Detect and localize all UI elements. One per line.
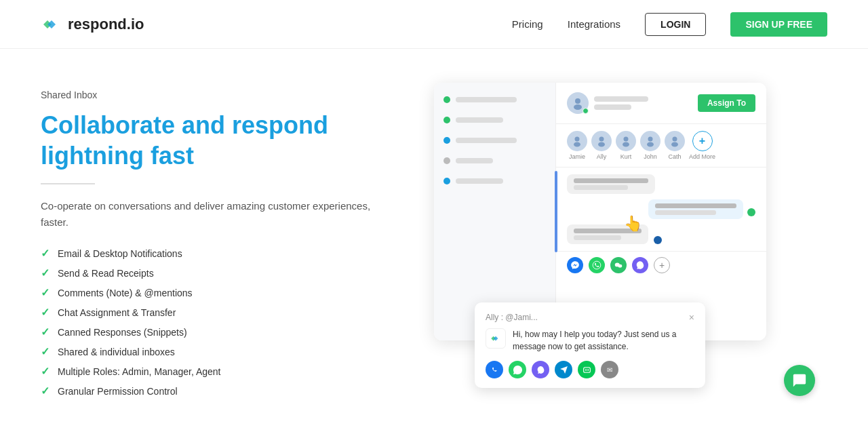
messages-area [556, 168, 766, 251]
add-agent-button[interactable]: + [692, 131, 713, 151]
nav-pricing[interactable]: Pricing [512, 18, 543, 30]
logo-text: respond.io [68, 16, 144, 33]
sidebar-line [456, 138, 517, 143]
sidebar-item [434, 171, 555, 191]
feature-item: ✓Chat Assignment & Transfer [41, 306, 393, 319]
main-content: Shared Inbox Collaborate and respond lig… [0, 49, 868, 408]
svg-point-7 [623, 142, 629, 147]
agent-item-kurt: Kurt [616, 131, 636, 160]
agent-avatar [591, 131, 612, 151]
agent-item-add[interactable]: + Add More [689, 131, 715, 160]
login-button[interactable]: LOGIN [645, 13, 706, 36]
check-icon: ✓ [41, 365, 50, 378]
check-icon: ✓ [41, 326, 50, 338]
email-channel-icon[interactable]: ✉ [601, 361, 618, 378]
nav-integrations[interactable]: Integrations [568, 18, 620, 30]
signup-button[interactable]: SIGN UP FREE [730, 12, 827, 37]
logo: respond.io [41, 14, 144, 35]
chat-header: Assign To [556, 83, 766, 124]
svg-point-6 [624, 137, 629, 142]
agent-item-john: John [640, 131, 660, 160]
agent-avatar [616, 131, 636, 151]
feature-text: Shared & individual inboxes [58, 347, 175, 357]
agent-avatar [665, 131, 685, 151]
status-dot [443, 96, 450, 103]
sidebar-item [434, 151, 555, 171]
whatsapp-channel-icon[interactable] [509, 361, 526, 378]
floating-chat-button[interactable] [784, 365, 815, 396]
status-dot [443, 117, 450, 123]
svg-point-2 [575, 137, 580, 142]
logo-icon [41, 14, 62, 35]
agents-row: Jamie Ally Kurt [556, 124, 766, 168]
sidebar-item [434, 110, 555, 130]
close-icon[interactable]: × [689, 312, 694, 323]
accent-bar [555, 171, 557, 252]
check-icon: ✓ [41, 306, 50, 319]
feature-item: ✓Email & Desktop Notifications [41, 247, 393, 260]
agent-name: Jamie [569, 153, 585, 160]
header-lines [594, 96, 648, 110]
msg-line [655, 210, 716, 215]
viber-channel-icon[interactable] [532, 361, 549, 378]
respond-logo-small [486, 328, 506, 349]
chat-header-left [567, 92, 648, 114]
sent-status-dot [654, 236, 662, 244]
feature-item: ✓Comments (Note) & @mentions [41, 286, 393, 299]
mention-channels: ✉ [486, 361, 694, 378]
add-channel-icon[interactable]: + [654, 257, 670, 273]
check-icon: ✓ [41, 345, 50, 358]
channel-row: + [556, 251, 766, 279]
svg-point-12 [593, 261, 601, 269]
wechat-icon [610, 257, 627, 273]
status-dot [443, 137, 450, 144]
telegram-channel-icon[interactable] [555, 361, 572, 378]
agent-item-cath: Cath [665, 131, 685, 160]
agent-avatar [567, 131, 587, 151]
chat-main: Assign To Jamie Ally [556, 83, 766, 340]
shared-inbox-label: Shared Inbox [41, 90, 393, 100]
status-dot [443, 178, 450, 184]
sidebar-line [456, 158, 493, 163]
agent-item-jamie: Jamie [567, 131, 587, 160]
assign-to-button[interactable]: Assign To [698, 94, 755, 112]
agent-avatar [640, 131, 660, 151]
right-illustration: Assign To Jamie Ally [434, 83, 827, 408]
check-icon: ✓ [41, 247, 50, 260]
svg-point-10 [673, 137, 677, 142]
svg-point-5 [598, 142, 605, 147]
facebook-channel-icon[interactable] [486, 361, 503, 378]
main-nav: Pricing Integrations LOGIN SIGN UP FREE [512, 12, 827, 37]
sent-status-dot [747, 208, 755, 216]
sidebar-line [456, 117, 503, 123]
facebook-messenger-icon [567, 257, 583, 273]
svg-point-11 [671, 142, 678, 147]
agent-name: Ally [597, 153, 607, 160]
agent-name: Kurt [620, 153, 632, 160]
msg-line [655, 203, 736, 208]
online-status [583, 108, 589, 114]
check-icon: ✓ [41, 385, 50, 397]
svg-point-4 [599, 137, 604, 142]
left-content: Shared Inbox Collaborate and respond lig… [41, 83, 393, 397]
svg-point-0 [575, 98, 580, 104]
sent-bubble [648, 199, 743, 219]
received-bubble [567, 224, 648, 244]
feature-item: ✓Multiple Roles: Admin, Manager, Agent [41, 365, 393, 378]
message-row [567, 224, 755, 244]
user-avatar [567, 92, 589, 114]
svg-point-8 [648, 137, 653, 142]
subtext: Co-operate on conversations and deliver … [41, 198, 393, 231]
msg-line [574, 185, 628, 190]
line-channel-icon[interactable] [578, 361, 595, 378]
mention-body: Hi, how may I help you today? Just send … [486, 328, 694, 353]
status-dot [443, 157, 450, 164]
svg-point-1 [574, 104, 582, 110]
divider [41, 183, 95, 184]
mention-popup: Ally : @Jami... × Hi, how may I help you… [475, 302, 705, 388]
feature-text: Chat Assignment & Transfer [58, 307, 176, 318]
feature-item: ✓Send & Read Receipts [41, 267, 393, 279]
header: respond.io Pricing Integrations LOGIN SI… [0, 0, 868, 49]
message-row [567, 199, 755, 219]
message-row [567, 174, 755, 194]
